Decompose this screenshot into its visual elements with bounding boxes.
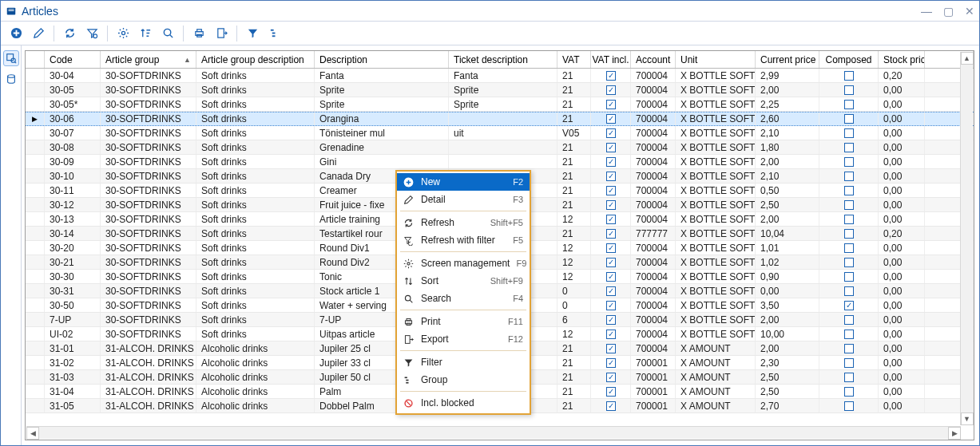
menu-item-new[interactable]: NewF2 — [397, 173, 530, 191]
menu-item-print[interactable]: PrintF11 — [397, 313, 530, 330]
col-code[interactable]: Code — [45, 51, 101, 68]
composed-checkbox[interactable] — [844, 330, 854, 339]
refresh-filter-button[interactable] — [83, 25, 101, 42]
composed-checkbox[interactable] — [844, 387, 854, 397]
scroll-up-button[interactable]: ▲ — [961, 52, 974, 65]
search-button[interactable] — [159, 25, 177, 42]
scroll-left-button[interactable]: ◀ — [26, 427, 39, 440]
col-description[interactable]: Description — [315, 51, 449, 68]
vat-incl-checkbox[interactable] — [606, 272, 616, 282]
scroll-right-button[interactable]: ▶ — [948, 427, 961, 440]
composed-checkbox[interactable] — [844, 344, 854, 353]
composed-checkbox[interactable] — [844, 157, 854, 167]
vat-incl-checkbox[interactable] — [606, 301, 616, 310]
indicator-column-header[interactable] — [26, 51, 45, 68]
composed-checkbox[interactable] — [844, 243, 854, 253]
table-row[interactable]: 30-05*30-SOFTDRINKSSoft drinksSpriteSpri… — [26, 97, 974, 112]
vat-incl-checkbox[interactable] — [606, 243, 616, 253]
composed-checkbox[interactable] — [844, 373, 854, 382]
print-button[interactable] — [190, 25, 208, 42]
vat-incl-checkbox[interactable] — [606, 387, 616, 397]
vat-incl-checkbox[interactable] — [606, 330, 616, 339]
composed-checkbox[interactable] — [844, 186, 854, 195]
scroll-down-button[interactable]: ▼ — [961, 412, 974, 425]
sort-button[interactable] — [137, 25, 154, 42]
vertical-scrollbar[interactable]: ▲ ▼ — [960, 52, 973, 425]
vat-incl-checkbox[interactable] — [606, 258, 616, 267]
vat-incl-checkbox[interactable] — [606, 401, 616, 411]
export-button[interactable] — [212, 25, 230, 42]
vat-incl-checkbox[interactable] — [606, 157, 616, 167]
composed-checkbox[interactable] — [844, 315, 854, 325]
table-row[interactable]: 30-0730-SOFTDRINKSSoft drinksTönisteiner… — [26, 126, 974, 140]
refresh-button[interactable] — [61, 25, 78, 42]
col-article-group[interactable]: Article group▲ — [101, 51, 196, 68]
menu-item-sort[interactable]: SortShift+F9 — [397, 272, 530, 290]
minimize-button[interactable]: — — [921, 6, 932, 17]
vat-incl-checkbox[interactable] — [606, 71, 616, 81]
col-stock-price[interactable]: Stock price — [879, 51, 925, 68]
side-tab-data[interactable] — [3, 71, 19, 87]
settings-button[interactable] — [114, 25, 132, 42]
vat-incl-checkbox[interactable] — [606, 100, 616, 109]
vat-incl-checkbox[interactable] — [606, 286, 616, 296]
composed-checkbox[interactable] — [844, 229, 854, 239]
table-row[interactable]: 30-0930-SOFTDRINKSSoft drinksGini2170000… — [26, 155, 974, 169]
vat-incl-checkbox[interactable] — [606, 186, 616, 195]
new-button[interactable] — [7, 25, 25, 42]
vat-incl-checkbox[interactable] — [606, 215, 616, 224]
composed-checkbox[interactable] — [844, 301, 854, 310]
composed-checkbox[interactable] — [844, 85, 854, 95]
table-row[interactable]: 30-0530-SOFTDRINKSSoft drinksSpriteSprit… — [26, 83, 974, 97]
menu-item-screen-management[interactable]: Screen managementF9 — [397, 255, 530, 272]
composed-checkbox[interactable] — [844, 272, 854, 282]
col-unit[interactable]: Unit — [676, 51, 756, 68]
menu-item-detail[interactable]: DetailF3 — [397, 191, 530, 208]
menu-item-search[interactable]: SearchF4 — [397, 290, 530, 307]
composed-checkbox[interactable] — [844, 401, 854, 411]
composed-checkbox[interactable] — [844, 258, 854, 267]
col-composed[interactable]: Composed — [819, 51, 879, 68]
side-tab-search[interactable] — [3, 50, 19, 66]
composed-checkbox[interactable] — [844, 286, 854, 296]
edit-button[interactable] — [30, 25, 47, 42]
table-row[interactable]: ▶30-0630-SOFTDRINKSSoft drinksOrangina21… — [26, 112, 974, 126]
vat-incl-checkbox[interactable] — [606, 373, 616, 382]
col-account[interactable]: Account — [631, 51, 676, 68]
table-row[interactable]: 30-0430-SOFTDRINKSSoft drinksFantaFanta2… — [26, 69, 974, 83]
vat-incl-checkbox[interactable] — [606, 229, 616, 239]
close-button[interactable]: ✕ — [965, 6, 974, 17]
composed-checkbox[interactable] — [844, 215, 854, 224]
vat-incl-checkbox[interactable] — [606, 172, 616, 181]
col-ticket-description[interactable]: Ticket description — [449, 51, 557, 68]
maximize-button[interactable]: ▢ — [943, 6, 954, 17]
vat-incl-checkbox[interactable] — [606, 114, 616, 124]
menu-item-refresh-with-filter[interactable]: Refresh with filterF5 — [397, 231, 530, 249]
menu-item-export[interactable]: ExportF12 — [397, 330, 530, 348]
composed-checkbox[interactable] — [844, 172, 854, 181]
composed-checkbox[interactable] — [844, 143, 854, 152]
vat-incl-checkbox[interactable] — [606, 85, 616, 95]
vat-incl-checkbox[interactable] — [606, 344, 616, 353]
menu-item-filter[interactable]: Filter — [397, 353, 530, 371]
filter-button[interactable] — [244, 25, 261, 42]
col-vat-incl[interactable]: VAT incl. — [591, 51, 631, 68]
group-button[interactable] — [266, 25, 284, 42]
col-vat[interactable]: VAT — [557, 51, 591, 68]
composed-checkbox[interactable] — [844, 358, 854, 368]
vat-incl-checkbox[interactable] — [606, 128, 616, 138]
composed-checkbox[interactable] — [844, 71, 854, 81]
col-article-group-description[interactable]: Article group description — [196, 51, 315, 68]
col-current-price[interactable]: Current price — [756, 51, 819, 68]
vat-incl-checkbox[interactable] — [606, 315, 616, 325]
menu-item-incl-blocked[interactable]: Incl. blocked — [397, 394, 530, 412]
menu-item-group[interactable]: Group — [397, 371, 530, 389]
composed-checkbox[interactable] — [844, 114, 854, 124]
vat-incl-checkbox[interactable] — [606, 358, 616, 368]
composed-checkbox[interactable] — [844, 128, 854, 138]
vat-incl-checkbox[interactable] — [606, 200, 616, 210]
vat-incl-checkbox[interactable] — [606, 143, 616, 152]
menu-item-refresh[interactable]: RefreshShift+F5 — [397, 214, 530, 231]
composed-checkbox[interactable] — [844, 100, 854, 109]
table-row[interactable]: 30-0830-SOFTDRINKSSoft drinksGrenadine21… — [26, 140, 974, 155]
